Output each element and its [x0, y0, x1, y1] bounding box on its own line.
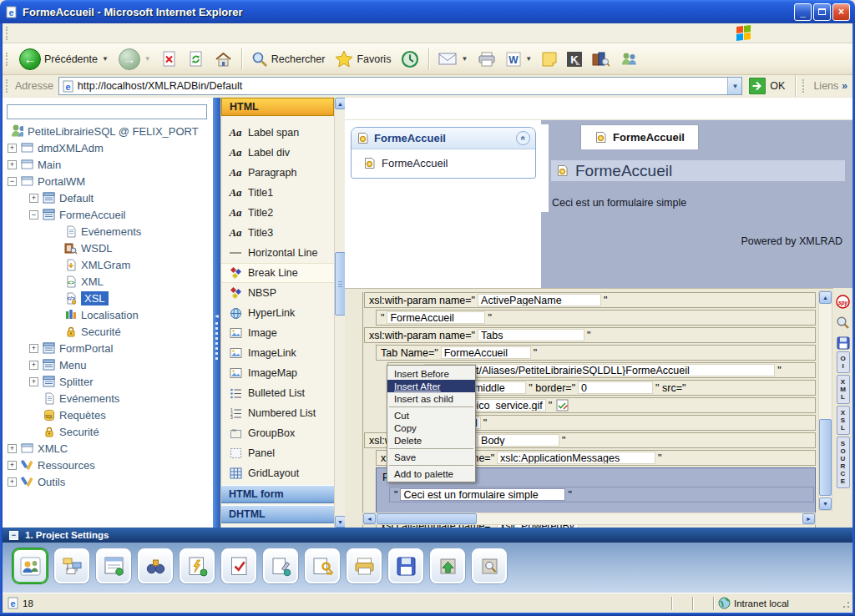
palette-item-label[interactable]: Paragraph	[248, 167, 296, 179]
project-settings-bar[interactable]: − 1. Project Settings	[3, 528, 852, 543]
tree-node-label[interactable]: FormPortal	[59, 342, 113, 355]
side-tab[interactable]: XSL	[837, 406, 850, 435]
tree-expander[interactable]: +	[8, 160, 17, 169]
palette-item-label[interactable]: NBSP	[248, 287, 276, 299]
tree-expander[interactable]: −	[29, 210, 38, 220]
palette-section-html[interactable]: HTML	[221, 98, 334, 116]
code-vertical-scrollbar[interactable]: ▲ ▼	[818, 290, 832, 511]
launcher-button[interactable]	[221, 548, 256, 583]
scroll-up-icon[interactable]: ▲	[819, 291, 832, 304]
context-menu-item[interactable]: Delete	[387, 434, 475, 447]
tree-node-label[interactable]: XML	[81, 275, 104, 288]
tree-node[interactable]: Evénements	[3, 223, 213, 240]
context-menu-item[interactable]: Cut	[387, 409, 475, 422]
palette-item[interactable]: Aa Label div	[221, 143, 334, 163]
resize-grip[interactable]	[839, 598, 851, 609]
refresh-button[interactable]	[184, 49, 209, 69]
launcher-button[interactable]	[138, 548, 173, 583]
tree-node-label[interactable]: Menu	[59, 359, 87, 371]
menu-bar-item[interactable]	[822, 31, 837, 36]
context-menu-item[interactable]: Insert Before	[387, 367, 475, 380]
stop-button[interactable]	[157, 49, 182, 69]
code-field[interactable]: FormeAccueil	[387, 311, 485, 324]
palette-item-label[interactable]: Title2	[248, 207, 273, 219]
research-button[interactable]	[588, 50, 614, 68]
outline-item-label[interactable]: FormeAccueil	[382, 157, 448, 169]
edit-attribute-icon[interactable]	[556, 399, 569, 412]
code-row[interactable]: xsl:with-param name="ActivePageName"	[364, 292, 816, 308]
launcher-button[interactable]	[263, 548, 298, 583]
tree-node[interactable]: XMLGram	[3, 256, 213, 273]
launcher-button[interactable]	[388, 548, 423, 583]
code-field[interactable]: 0	[578, 381, 653, 394]
links-chevron-icon[interactable]: »	[842, 80, 847, 92]
side-tab[interactable]: SOURCE	[837, 437, 850, 488]
menu-bar-item[interactable]	[792, 31, 807, 36]
tree-node-label[interactable]: Splitter	[59, 376, 93, 388]
code-row[interactable]: Tab Name="FormeAccueil"	[376, 345, 816, 361]
maximize-button[interactable]	[813, 3, 831, 21]
palette-item-label[interactable]: GroupBox	[248, 427, 295, 439]
launcher-button[interactable]	[180, 548, 215, 583]
palette-item[interactable]: Aa Paragraph	[221, 163, 334, 183]
messenger-button[interactable]	[615, 49, 642, 69]
splitter-collapse-icon[interactable]: ◄	[214, 313, 220, 319]
palette-item-label[interactable]: Numbered List	[248, 407, 316, 419]
tree-node[interactable]: <> XML	[3, 273, 213, 290]
tree-node[interactable]: + Splitter	[3, 373, 213, 390]
launcher-button[interactable]	[347, 548, 382, 583]
tree-node-label[interactable]: WSDL	[81, 242, 113, 255]
search-button[interactable]: Rechercher	[247, 49, 330, 69]
tree-root-node[interactable]: PetiteLibrairieSQL @ FELIX_PORT	[3, 123, 213, 139]
tree-expander[interactable]: +	[29, 361, 38, 370]
tree-node[interactable]: SQL Requètes	[3, 406, 213, 423]
tree-node[interactable]: Evénements	[3, 390, 213, 406]
code-field[interactable]: FormeAccueil	[441, 346, 531, 359]
code-field[interactable]: Body	[478, 434, 559, 447]
menu-bar-item[interactable]	[762, 31, 777, 36]
scroll-right-icon[interactable]: ►	[802, 513, 815, 524]
tree-expander[interactable]: +	[8, 444, 17, 453]
spy-icon[interactable]: spy	[836, 295, 850, 309]
palette-item[interactable]: 123 Numbered List	[221, 403, 334, 423]
scrollbar-thumb[interactable]	[819, 419, 832, 496]
palette-item[interactable]: Aa Label span	[221, 123, 334, 143]
tree-node[interactable]: + Outils	[3, 473, 213, 490]
palette-item[interactable]: ImageMap	[221, 363, 334, 383]
tree-node-label[interactable]: XMLC	[38, 442, 68, 455]
tree-node-label[interactable]: Securité	[81, 326, 121, 338]
tree-node[interactable]: − PortalWM	[3, 173, 213, 189]
menu-bar-item[interactable]	[807, 31, 822, 36]
magnifier-icon[interactable]	[836, 316, 850, 330]
launcher-button[interactable]	[305, 548, 340, 583]
forward-button[interactable]: → ▼	[114, 47, 155, 72]
tree-node[interactable]: + Main	[3, 156, 213, 173]
context-menu-item[interactable]: Insert as child	[387, 392, 475, 405]
tree-node-label[interactable]: Default	[59, 192, 94, 204]
tree-node[interactable]: </> XSL	[3, 290, 213, 306]
palette-item[interactable]: Aa Title1	[221, 183, 334, 203]
palette-item-label[interactable]: ImageLink	[248, 347, 296, 359]
palette-item-label[interactable]: Break Line	[248, 267, 298, 279]
code-field[interactable]: ActivePageName	[478, 294, 601, 306]
menu-bar-item[interactable]	[777, 31, 792, 36]
palette-section-header[interactable]: HTML form	[221, 485, 334, 503]
tree-node-label[interactable]: Securité	[59, 426, 99, 438]
palette-item[interactable]: Horizontal Line	[221, 243, 334, 263]
favorites-button[interactable]: Favoris	[331, 48, 395, 70]
side-tab[interactable]: OI	[837, 351, 850, 373]
preview-tab[interactable]: FormeAccueil	[580, 124, 699, 149]
tree-node[interactable]: + Ressources	[3, 457, 213, 473]
outline-item[interactable]: FormeAccueil	[352, 149, 535, 178]
print-button[interactable]	[473, 49, 500, 69]
palette-item-label[interactable]: Panel	[248, 447, 275, 459]
tree-node-label[interactable]: FormeAccueil	[59, 209, 125, 221]
context-menu-item[interactable]: Add to palette	[387, 467, 475, 480]
palette-scrollbar[interactable]: ▲ ▼	[334, 98, 345, 528]
tree-node[interactable]: + Default	[3, 189, 213, 206]
tree-node-label[interactable]: Outils	[38, 476, 65, 488]
address-dropdown-icon[interactable]: ▼	[727, 78, 741, 94]
tree-node[interactable]: WSDL	[3, 240, 213, 256]
tree-node[interactable]: Localisation	[3, 306, 213, 323]
launcher-button[interactable]	[430, 548, 465, 583]
